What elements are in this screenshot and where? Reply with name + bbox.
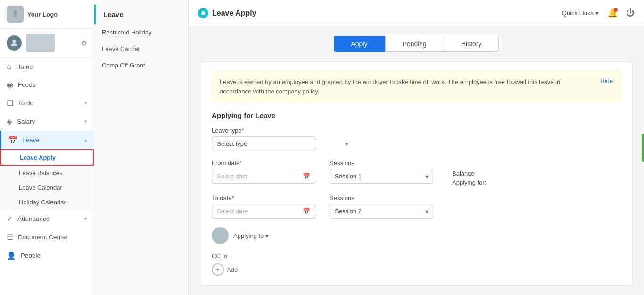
logo-text: Your Logo (27, 11, 58, 18)
sidebar-profile: ⚙ (0, 29, 94, 58)
leave-balances-label: Leave Balances (19, 169, 63, 177)
add-cc-button[interactable]: + Add (212, 263, 621, 276)
session2-group: Sessions Session 1 Session 2 ▾ (330, 194, 433, 219)
chevron-down-icon: ▾ (265, 232, 269, 239)
sidebar-item-people[interactable]: 👤 People (0, 246, 94, 265)
holiday-calendar-label: Holiday Calendar (19, 199, 66, 206)
content-area: Apply Pending History Leave is earned by… (189, 26, 644, 295)
page-title-area: Leave Apply (198, 8, 256, 18)
sidebar-item-attendance[interactable]: ✓ Attendance ▾ (0, 210, 94, 228)
nav-label-document: Document Center (18, 234, 68, 241)
hide-button[interactable]: Hide (594, 77, 613, 84)
from-date-group: From date* Select date 📅 (212, 160, 315, 184)
sidebar-item-feeds[interactable]: ◉ Feeds (0, 76, 94, 94)
sidebar: Your Logo ⚙ ⌂ Home ◉ Feeds ☐ To do ▾ ◈ S… (0, 0, 94, 295)
session1-label: Sessions (330, 160, 433, 167)
cc-to-label: CC to (212, 253, 621, 260)
notification-badge (614, 8, 618, 12)
topbar-right: Quick Links ▾ 🔔 ⏻ (562, 8, 635, 18)
page-title: Leave Apply (212, 9, 256, 17)
chevron-down-icon: ▾ (84, 100, 87, 106)
leave-type-label-text: Leave type (212, 127, 242, 134)
notification-bell-icon[interactable]: 🔔 (607, 8, 618, 18)
leave-type-label: Leave type* (212, 127, 353, 134)
sidebar-item-holiday-calendar[interactable]: Holiday Calendar (0, 195, 94, 210)
session1-select[interactable]: Session 1 Session 2 (330, 169, 433, 184)
secondary-sidebar-title: Leave (94, 5, 188, 24)
scroll-accent (642, 134, 644, 162)
to-date-label: To date* (212, 194, 315, 202)
info-banner: Leave is earned by an employee and grant… (212, 71, 621, 102)
avatar (7, 35, 22, 51)
leave-type-select-wrap: Select type ▾ (212, 136, 353, 151)
nav-label-feeds: Feeds (18, 81, 36, 88)
home-icon: ⌂ (7, 62, 11, 71)
applying-to-button[interactable]: Applying to ▾ (233, 232, 269, 239)
session2-label: Sessions (330, 194, 433, 202)
applying-to-row: Applying to ▾ (212, 227, 621, 244)
power-icon[interactable]: ⏻ (626, 8, 635, 18)
salary-icon: ◈ (7, 117, 12, 126)
to-date-group: To date* Select date 📅 (212, 194, 315, 219)
nav-label-todo: To do (18, 100, 33, 107)
from-date-label-text: From date (212, 160, 239, 167)
svg-rect-1 (14, 13, 17, 17)
quick-links-button[interactable]: Quick Links ▾ (562, 9, 599, 17)
leave-type-select[interactable]: Select type (212, 136, 315, 151)
main-content: Leave Apply Quick Links ▾ 🔔 ⏻ Apply Pend… (189, 0, 644, 295)
nav-label-people: People (21, 252, 41, 259)
feeds-icon: ◉ (7, 80, 13, 89)
chevron-down-icon: ▾ (84, 216, 87, 222)
tab-pending[interactable]: Pending (385, 36, 444, 52)
session1-group: Sessions Session 1 Session 2 ▾ (330, 160, 433, 184)
applying-to-label-text: Applying to (233, 232, 264, 239)
todo-icon: ☐ (7, 99, 13, 108)
session2-select[interactable]: Session 1 Session 2 (330, 204, 433, 219)
svg-point-2 (12, 40, 16, 43)
leave-type-row: Leave type* Select type ▾ (212, 127, 621, 151)
sidebar-item-todo[interactable]: ☐ To do ▾ (0, 94, 94, 112)
chevron-up-icon: ▴ (84, 137, 87, 143)
leave-submenu: Leave Apply Leave Balances Leave Calenda… (0, 149, 94, 210)
from-date-placeholder: Select date (217, 173, 248, 180)
to-date-input[interactable]: Select date 📅 (212, 204, 315, 219)
nav-label-leave: Leave (22, 136, 40, 143)
title-dot-icon (198, 8, 208, 18)
secondary-sidebar-item-comp-off-grant[interactable]: Comp Off Grant (94, 57, 188, 74)
leave-icon: 📅 (8, 135, 17, 144)
quick-links-label: Quick Links (562, 9, 594, 17)
calendar-icon: 📅 (303, 173, 310, 180)
leave-apply-label: Leave Apply (20, 154, 56, 161)
from-date-input[interactable]: Select date 📅 (212, 169, 315, 184)
sidebar-item-leave-calendar[interactable]: Leave Calendar (0, 180, 94, 195)
required-star: * (239, 160, 242, 167)
tab-history[interactable]: History (444, 36, 499, 52)
chevron-down-icon: ▾ (345, 140, 348, 148)
required-star: * (232, 194, 234, 202)
tab-apply[interactable]: Apply (334, 36, 385, 52)
sidebar-item-leave-balances[interactable]: Leave Balances (0, 166, 94, 180)
cc-to-row: CC to + Add (212, 253, 621, 276)
people-icon: 👤 (7, 251, 16, 260)
sidebar-item-home[interactable]: ⌂ Home (0, 58, 94, 76)
chevron-down-icon: ▾ (84, 118, 87, 125)
secondary-sidebar-item-restricted-holiday[interactable]: Restricted Holiday (94, 24, 188, 41)
secondary-sidebar-item-leave-cancel[interactable]: Leave Cancel (94, 41, 188, 57)
applying-to-avatar (212, 227, 229, 244)
secondary-sidebar: Leave Restricted Holiday Leave Cancel Co… (94, 0, 189, 295)
nav-label-salary: Salary (17, 118, 35, 125)
sidebar-item-document-center[interactable]: ☰ Document Center (0, 228, 94, 246)
tabs-bar: Apply Pending History (200, 36, 633, 52)
gear-icon[interactable]: ⚙ (81, 39, 87, 48)
calendar-icon: 📅 (303, 208, 310, 215)
attendance-icon: ✓ (7, 214, 13, 223)
required-star: * (242, 127, 244, 134)
to-date-row: To date* Select date 📅 Sessions Session … (212, 194, 621, 219)
sidebar-item-salary[interactable]: ◈ Salary ▾ (0, 112, 94, 131)
from-date-row: From date* Select date 📅 Sessions Sessio… (212, 160, 621, 186)
form-section-title: Applying for Leave (212, 111, 621, 119)
sidebar-item-leave[interactable]: 📅 Leave ▴ (0, 131, 94, 149)
nav-label-attendance: Attendance (17, 215, 50, 222)
sidebar-item-leave-apply[interactable]: Leave Apply (0, 149, 94, 166)
document-icon: ☰ (7, 233, 13, 242)
